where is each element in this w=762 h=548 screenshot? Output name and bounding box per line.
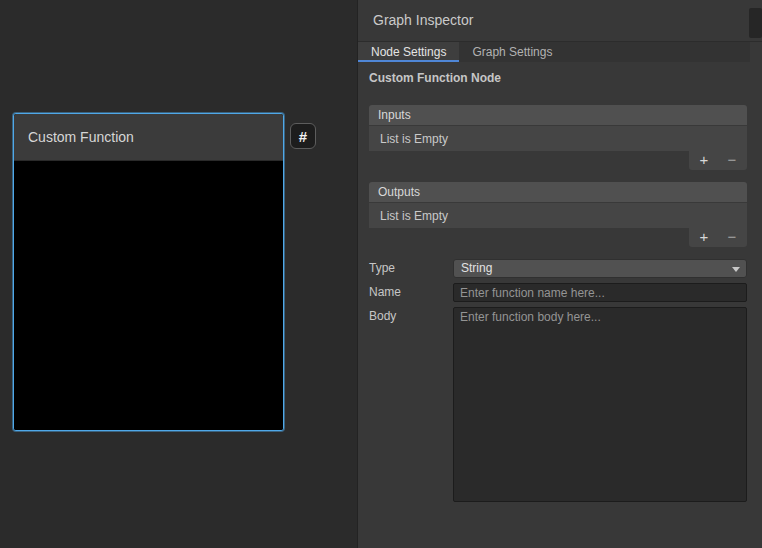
outputs-list-footer: + −	[689, 228, 747, 247]
type-dropdown[interactable]: String	[453, 259, 747, 278]
outputs-list-empty-row: List is Empty	[369, 202, 747, 228]
remove-input-button[interactable]: −	[720, 152, 744, 169]
section-heading: Custom Function Node	[369, 71, 501, 85]
type-label: Type	[369, 261, 395, 275]
inputs-list-footer: + −	[689, 151, 747, 170]
hash-badge-button[interactable]: #	[290, 123, 316, 149]
add-input-button[interactable]: +	[692, 152, 716, 169]
graph-inspector-panel: Graph Inspector Node Settings Graph Sett…	[357, 0, 762, 548]
tab-graph-settings[interactable]: Graph Settings	[459, 42, 565, 62]
node-title[interactable]: Custom Function	[14, 114, 283, 161]
function-body-textarea[interactable]	[453, 307, 747, 502]
name-label: Name	[369, 285, 401, 299]
function-name-input[interactable]	[453, 283, 747, 302]
inspector-tabbar: Node Settings Graph Settings	[358, 42, 750, 62]
remove-output-button[interactable]: −	[720, 229, 744, 246]
tab-node-settings[interactable]: Node Settings	[358, 42, 459, 62]
panel-title: Graph Inspector	[373, 0, 473, 41]
custom-function-node[interactable]: Custom Function	[13, 113, 284, 431]
inputs-list-header: Inputs	[369, 105, 747, 125]
shader-graph-window: Custom Function # Graph Inspector Node S…	[0, 0, 762, 548]
chevron-down-icon	[732, 267, 740, 272]
inputs-list: Inputs List is Empty + −	[369, 105, 747, 151]
outputs-list: Outputs List is Empty + −	[369, 182, 747, 228]
add-output-button[interactable]: +	[692, 229, 716, 246]
outputs-list-header: Outputs	[369, 182, 747, 202]
inputs-list-empty-row: List is Empty	[369, 125, 747, 151]
hash-icon: #	[299, 128, 307, 145]
node-preview-body	[14, 162, 283, 430]
body-label: Body	[369, 309, 396, 323]
type-dropdown-value: String	[461, 261, 492, 275]
scrollbar[interactable]	[749, 8, 762, 38]
